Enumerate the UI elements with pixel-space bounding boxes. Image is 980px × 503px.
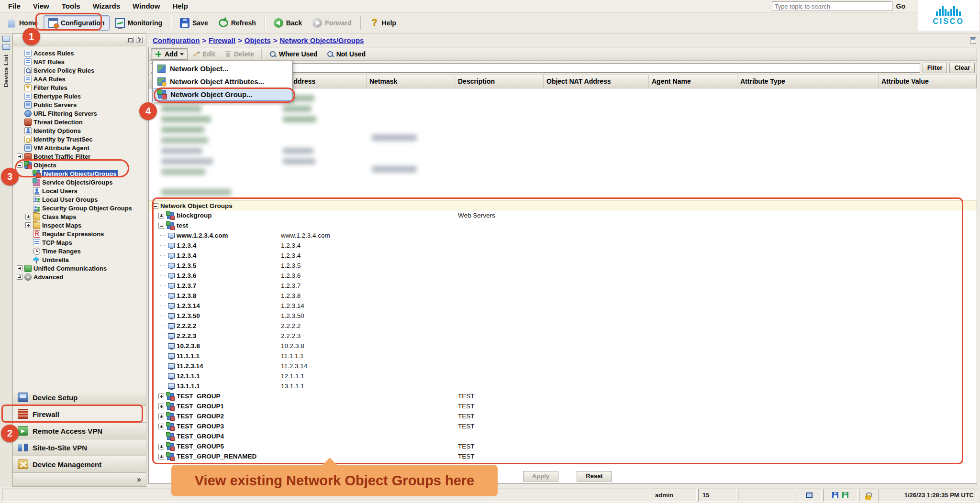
breadcrumb-objects[interactable]: Objects [245,36,271,44]
tree-item-public-servers[interactable]: Public Servers [13,100,146,109]
tree-item-network-objects-groups[interactable]: Network Objects/Groups [13,169,146,178]
table-row-test-group[interactable]: TEST_GROUPTEST [149,391,977,401]
expander-plus-icon[interactable] [158,414,164,419]
menu-window[interactable]: Window [126,0,166,11]
expander-plus-icon[interactable] [158,424,164,429]
menu-tools[interactable]: Tools [56,0,87,11]
table-row-test-group2[interactable]: TEST_GROUP2TEST [149,411,977,421]
table-row-1-2-3-4[interactable]: 1.2.3.41.2.3.4 [149,251,977,261]
table-row-www-1-2-3-4-com[interactable]: www.1.2.3.4.comwww.1.2.3.4.com [149,230,977,241]
not-used-button[interactable]: Not Used [323,48,369,60]
tree-item-class-maps[interactable]: Class Maps [13,212,146,221]
menu-file[interactable]: File [2,0,27,11]
menu-item-network-object[interactable]: Network Object... [154,62,291,75]
home-button[interactable]: Home [2,15,43,31]
column-header-attribute-value[interactable]: Attribute Value [879,75,977,88]
back-button[interactable]: Back [269,15,307,31]
table-row-10-2-3-8[interactable]: 10.2.3.810.2.3.8 [149,341,977,351]
table-row-2-2-2-2[interactable]: 2.2.2.22.2.2.2 [149,321,977,331]
expander-plus-icon[interactable] [158,213,164,219]
column-header-attribute-type[interactable]: Attribute Type [737,75,879,88]
tree-item-security-group-object-groups[interactable]: Security Group Object Groups [13,204,146,212]
menu-wizards[interactable]: Wizards [87,0,126,11]
table-row-test[interactable]: test [149,220,977,230]
configuration-button[interactable]: Configuration [44,15,110,31]
tree-item-identity-options[interactable]: Identity Options [13,126,146,135]
table-row-1-2-3-5[interactable]: 1.2.3.51.2.3.5 [149,261,977,271]
go-button[interactable]: Go [896,2,905,10]
column-header-object-nat-address[interactable]: Object NAT Address [544,75,649,88]
monitoring-button[interactable]: Monitoring [111,15,167,31]
refresh-button[interactable]: Refresh [214,15,261,30]
reset-button[interactable]: Reset [577,471,612,481]
tree-item-regular-expressions[interactable]: Regular Expressions [13,230,146,238]
pin-pane-icon[interactable] [136,37,143,43]
table-row-test-group-renamed[interactable]: TEST_GROUP_RENAMEDTEST [149,451,977,461]
add-button[interactable]: Add [151,48,188,60]
help-button[interactable]: Help [365,15,401,31]
tree-item-tcp-maps[interactable]: TCP Maps [13,238,146,247]
menu-help[interactable]: Help [166,0,194,11]
restore-pane-icon[interactable] [970,37,976,44]
table-row-1-2-3-14[interactable]: 1.2.3.141.2.3.14 [149,301,977,311]
save-button[interactable]: Save [175,15,213,31]
nav-collapse-strip[interactable]: » [13,473,146,486]
table-row-test-group4[interactable]: TEST_GROUP4 [149,431,977,441]
device-list-strip[interactable]: Device List [0,33,12,487]
expander-minus-icon[interactable] [158,223,164,229]
search-input[interactable] [772,1,892,11]
tree-item-access-rules[interactable]: Access Rules [13,49,146,57]
table-row-12-1-1-1[interactable]: 12.1.1.112.1.1.1 [149,371,977,381]
table-row-test-group3[interactable]: TEST_GROUP3TEST [149,421,977,431]
table-row-1-2-3-50[interactable]: 1.2.3.501.2.3.50 [149,311,977,321]
menu-view[interactable]: View [27,0,56,11]
tree-item-nat-rules[interactable]: NAT Rules [13,57,146,66]
breadcrumb-network-objects-groups[interactable]: Network Objects/Groups [280,36,364,44]
column-header-agent-name[interactable]: Agent Name [649,75,737,88]
collapse-chevrons-icon[interactable]: » [137,475,141,484]
table-row-1-2-3-4[interactable]: 1.2.3.41.2.3.4 [149,241,977,251]
expander-plus-icon[interactable] [17,274,22,280]
tree-item-service-policy-rules[interactable]: Service Policy Rules [13,66,146,75]
expander-plus-icon[interactable] [17,153,22,159]
tree-item-unified-communications[interactable]: Unified Communications [13,264,146,273]
tree-item-botnet-traffic-filter[interactable]: Botnet Traffic Filter [13,152,146,161]
save-flash-icon[interactable] [842,492,848,498]
apply-button[interactable]: Apply [523,471,558,481]
tree-item-advanced[interactable]: Advanced [13,273,146,281]
nav-remote-access-vpn[interactable]: Remote Access VPN [13,423,146,439]
tree-item-time-ranges[interactable]: Time Ranges [13,247,146,255]
table-row-1-2-3-6[interactable]: 1.2.3.61.2.3.6 [149,271,977,281]
tree-item-inspect-maps[interactable]: Inspect Maps [13,221,146,230]
column-header-description[interactable]: Description [455,75,544,88]
forward-button[interactable]: Forward [308,15,356,31]
tree-item-local-user-groups[interactable]: Local User Groups [13,195,146,204]
nav-device-management[interactable]: Device Management [13,456,146,473]
clear-button[interactable]: Clear [949,63,975,73]
tree-item-filter-rules[interactable]: Filter Rules [13,83,146,92]
tree-item-objects[interactable]: Objects [13,161,146,169]
breadcrumb-configuration[interactable]: Configuration [153,36,200,44]
table-row-1-2-3-7[interactable]: 1.2.3.71.2.3.7 [149,281,977,291]
tree-item-vm-attribute-agent[interactable]: VM Attribute Agent [13,143,146,152]
breadcrumb-firewall[interactable]: Firewall [209,36,235,44]
expander-plus-icon[interactable] [158,404,164,409]
expander-plus-icon[interactable] [25,214,31,219]
tree-item-aaa-rules[interactable]: AAA Rules [13,75,146,83]
expander-plus-icon[interactable] [158,394,164,399]
nav-firewall[interactable]: Firewall [13,406,146,423]
tree-item-identity-by-trustsec[interactable]: Identity by TrustSec [13,135,146,143]
tree-item-url-filtering-servers[interactable]: URL Filtering Servers [13,109,146,118]
menu-item-network-object-group[interactable]: Network Object Group... [154,88,291,101]
expander-minus-icon[interactable] [153,203,158,209]
menu-item-network-object-attributes[interactable]: Network Object Attributes... [154,75,291,88]
nav-site-to-site-vpn[interactable]: Site-to-Site VPN [13,439,146,456]
table-row-network-object-groups[interactable]: Network Object Groups [149,200,977,210]
expander-plus-icon[interactable] [17,265,22,271]
tree-item-threat-detection[interactable]: Threat Detection [13,118,146,126]
where-used-button[interactable]: Where Used [265,48,322,60]
table-row-1-2-3-8[interactable]: 1.2.3.81.2.3.8 [149,291,977,301]
table-row-11-1-1-1[interactable]: 11.1.1.111.1.1.1 [149,351,977,361]
expander-minus-icon[interactable] [17,162,22,168]
float-pane-icon[interactable] [127,37,134,43]
